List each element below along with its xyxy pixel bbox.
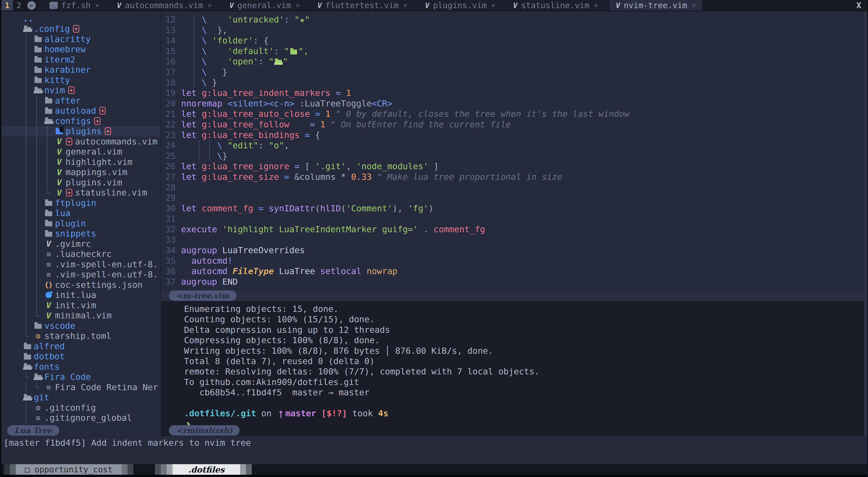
code-token: .dotfiles/.git bbox=[179, 408, 256, 418]
tree-item-kitty[interactable]: kitty bbox=[1, 75, 160, 85]
tab-fzf.sh[interactable]: ›_fzf.sh× bbox=[43, 0, 105, 10]
tab-close-icon[interactable]: × bbox=[491, 1, 495, 10]
tree-item-.gitconfig[interactable]: ⚙.gitconfig bbox=[1, 403, 160, 413]
tree-item-plugins[interactable]: plugins+ bbox=[1, 126, 160, 137]
line-number: 32 bbox=[161, 224, 176, 235]
tree-item-homebrew[interactable]: homebrew bbox=[1, 44, 160, 55]
code-token: ", bbox=[298, 46, 309, 56]
tree-item-minimal.vim[interactable]: Vminimal.vim bbox=[1, 310, 160, 321]
tree-item-configs[interactable]: configs+ bbox=[1, 116, 160, 126]
code-folder-open-icon bbox=[275, 60, 282, 65]
tree-item-label: plugins bbox=[66, 126, 101, 136]
tab-close-icon[interactable]: × bbox=[403, 1, 407, 10]
tree-item-snippets[interactable]: snippets bbox=[1, 229, 160, 239]
tree-item-alfred[interactable]: alfred bbox=[1, 341, 160, 351]
tree-item-..[interactable]: .. bbox=[1, 13, 160, 24]
code-token: let bbox=[181, 203, 197, 213]
tree-item-init.lua[interactable]: init.lua bbox=[1, 290, 160, 300]
tree-item-label: lua bbox=[55, 208, 70, 218]
tab-list: ›_fzf.sh×Vautocommands.vim×Vgeneral.vim×… bbox=[43, 0, 702, 10]
tab-close-icon[interactable]: × bbox=[296, 1, 300, 10]
luatree-title-pill: Lua Tree bbox=[7, 425, 59, 436]
tab-autocommands.vim[interactable]: Vautocommands.vim× bbox=[111, 0, 218, 10]
tree-item-.vim-spell-en.utf-8.[interactable]: ≡.vim-spell-en.utf-8. bbox=[1, 270, 160, 280]
code-token: \ bbox=[202, 36, 207, 45]
tree-item-general.vim[interactable]: Vgeneral.vim bbox=[1, 147, 160, 157]
vim-icon: V bbox=[55, 178, 64, 187]
tree-item-highlight.vim[interactable]: Vhighlight.vim bbox=[1, 157, 160, 167]
indent-guide bbox=[34, 167, 44, 177]
tree-item-label: init.vim bbox=[55, 300, 96, 310]
tree-item-.config[interactable]: .config+ bbox=[1, 24, 160, 34]
tree-item-statusline.vim[interactable]: V+statusline.vim bbox=[1, 188, 160, 198]
tree-item-fonts[interactable]: fonts bbox=[1, 362, 160, 372]
tab-close-icon[interactable]: × bbox=[208, 1, 212, 10]
tree-item-label: Fira Code bbox=[44, 372, 91, 382]
tree-item-vscode[interactable]: vscode bbox=[1, 320, 160, 331]
tree-item-coc-settings.json[interactable]: {}coc-settings.json bbox=[1, 280, 160, 290]
code-token: \ bbox=[202, 78, 207, 88]
tmux-window-opportunity-cost[interactable]: □ opportunity_cost bbox=[16, 464, 122, 475]
tree-item-plugins.vim[interactable]: Vplugins.vim bbox=[1, 177, 160, 188]
tab-close-icon[interactable]: × bbox=[95, 1, 99, 10]
tree-item-.luacheckrc[interactable]: ≡.luacheckrc bbox=[1, 249, 160, 260]
tree-item-git[interactable]: git bbox=[1, 393, 160, 403]
app-window: 1 2 ← ›_fzf.sh×Vautocommands.vim×Vgenera… bbox=[0, 0, 868, 477]
tab-page-1[interactable]: 1 bbox=[1, 0, 13, 10]
tree-item-init.vim[interactable]: Vinit.vim bbox=[1, 300, 160, 310]
scrollbar[interactable] bbox=[864, 11, 867, 436]
tree-item-lua[interactable]: lua bbox=[1, 208, 160, 218]
code-token: 1 bbox=[341, 88, 351, 98]
terminal-line: remote: Resolving deltas: 100% (7/7), co… bbox=[179, 366, 867, 377]
folder-icon bbox=[44, 96, 53, 105]
tab-statusline.vim[interactable]: Vstatusline.vim× bbox=[507, 0, 604, 10]
line-number: 33 bbox=[161, 234, 176, 245]
code-token: 'open' bbox=[227, 57, 258, 66]
tree-item-.gitignore-global[interactable]: ≡.gitignore_global bbox=[1, 413, 160, 423]
tree-item-dotbot[interactable]: dotbot bbox=[1, 351, 160, 362]
code-token: let bbox=[181, 120, 197, 129]
line-number: 24 bbox=[161, 140, 176, 151]
tree-item-nvim[interactable]: nvim+ bbox=[1, 85, 160, 96]
tree-item-mappings.vim[interactable]: Vmappings.vim bbox=[1, 167, 160, 177]
line-number: 35 bbox=[161, 255, 176, 266]
tree-item-ftplugin[interactable]: ftplugin bbox=[1, 198, 160, 208]
tab-close-icon[interactable]: × bbox=[594, 1, 598, 10]
code-token: ), bbox=[392, 203, 408, 213]
tab-page-2[interactable]: 2 bbox=[13, 0, 25, 10]
code-token: 4s bbox=[378, 408, 389, 418]
tab-fluttertest.vim[interactable]: Vfluttertest.vim× bbox=[311, 0, 414, 10]
tab-nvim-tree.vim[interactable]: Vnvim-tree.vim× bbox=[610, 0, 702, 10]
tree-item-fira-code-retina-ner[interactable]: ≡Fira Code Retina Ner bbox=[1, 382, 160, 393]
close-all-icon[interactable]: X bbox=[856, 0, 867, 10]
tmux-window-dotfiles[interactable]: .dotfiles bbox=[173, 464, 240, 475]
tree-item-after[interactable]: after bbox=[1, 95, 160, 106]
tree-item-.vim-spell-en.utf-8.[interactable]: ≡.vim-spell-en.utf-8. bbox=[1, 259, 160, 270]
code-token: = bbox=[279, 172, 289, 182]
tree-item-alacritty[interactable]: alacritty bbox=[1, 34, 160, 44]
indent-guide bbox=[34, 188, 44, 198]
code-token: remote: Resolving deltas: 100% (7/7), co… bbox=[179, 367, 539, 376]
code-token: FileType bbox=[227, 266, 274, 276]
tree-item-fira-code[interactable]: Fira Code bbox=[1, 372, 160, 382]
tree-item-iterm2[interactable]: iterm2 bbox=[1, 55, 160, 65]
line-number: 14 bbox=[161, 35, 176, 46]
terminal-line: .dotfiles/.git on master [$!?] took 4s bbox=[179, 408, 867, 418]
tree-item-starship.toml[interactable]: ⚙starship.toml bbox=[1, 331, 160, 341]
editor-pane[interactable]: 12 │ \ 'untracked': "★"13 │ \ },14 │ \ '… bbox=[161, 11, 867, 290]
tree-item-label: nvim bbox=[44, 85, 65, 95]
tree-item-autoload[interactable]: autoload+ bbox=[1, 106, 160, 116]
tree-item-plugin[interactable]: plugin bbox=[1, 218, 160, 229]
tree-item-karabiner[interactable]: karabiner bbox=[1, 65, 160, 75]
terminal-pane[interactable]: Enumerating objects: 15, done. Counting … bbox=[161, 301, 867, 436]
tab-close-icon[interactable]: × bbox=[692, 1, 696, 10]
file-tree-sidebar[interactable]: ...config+alacrittyhomebrewiterm2karabin… bbox=[1, 11, 161, 436]
tab-plugins.vim[interactable]: Vplugins.vim× bbox=[419, 0, 502, 10]
code-token: │ bbox=[181, 46, 202, 56]
back-circle-icon[interactable]: ← bbox=[25, 0, 38, 10]
tree-item-label: ftplugin bbox=[55, 198, 96, 208]
tree-item-autocommands.vim[interactable]: V+autocommands.vim bbox=[1, 136, 160, 147]
git-status-badge: + bbox=[94, 117, 100, 125]
tree-item-.gvimrc[interactable]: V.gvimrc bbox=[1, 239, 160, 249]
tab-general.vim[interactable]: Vgeneral.vim× bbox=[223, 0, 306, 10]
